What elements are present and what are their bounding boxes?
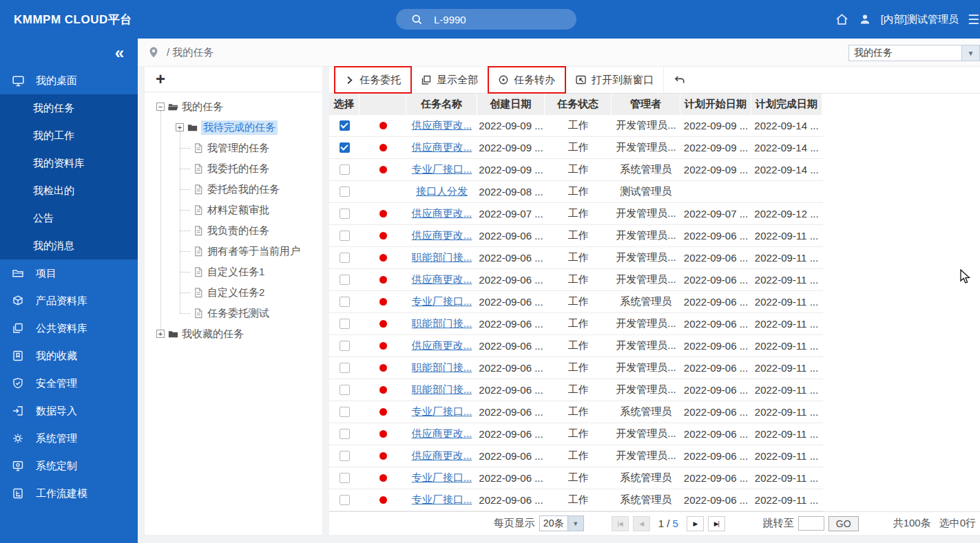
tree-add-button[interactable]: +	[145, 67, 322, 92]
chevron-down-icon[interactable]: ▼	[961, 45, 979, 61]
task-name-link[interactable]: 供应商更改...	[412, 273, 472, 286]
global-search-input[interactable]: L-9990	[396, 9, 576, 30]
tree-node-custom-task-1[interactable]: 自定义任务1	[145, 262, 322, 282]
next-page-button[interactable]: ▶	[687, 516, 704, 531]
task-name-link[interactable]: 供应商更改...	[412, 339, 472, 352]
home-icon[interactable]	[835, 12, 849, 27]
tree-node-tasks-i-am-responsible[interactable]: 我负责的任务	[145, 220, 322, 241]
task-name-link[interactable]: 专业厂接口...	[412, 405, 472, 418]
task-name-link[interactable]: 供应商更改...	[412, 119, 472, 132]
sidebar-item-label: 安全管理	[36, 377, 77, 390]
status-cell: 工作	[545, 379, 612, 401]
row-checkbox[interactable]	[340, 495, 350, 505]
plan-start-cell: 2022-09-06 ...	[680, 313, 751, 334]
expander-plus-icon[interactable]: +	[156, 330, 165, 338]
sidebar-item-my-desktop[interactable]: 我的桌面	[0, 67, 138, 94]
task-name-link[interactable]: 职能部门接...	[412, 251, 472, 264]
sidebar-item-system-customization[interactable]: 系统定制	[0, 452, 138, 480]
tree-node-owner-equals-current-user[interactable]: 拥有者等于当前用户	[145, 241, 322, 262]
task-name-link[interactable]: 供应商更改...	[412, 229, 472, 242]
tree-node-tasks-i-delegated[interactable]: 我委托的任务	[145, 158, 322, 179]
tree-node-custom-task-2[interactable]: 自定义任务2	[145, 282, 322, 303]
go-button[interactable]: GO	[828, 516, 859, 531]
sidebar-collapse-button[interactable]: «	[0, 39, 138, 67]
row-checkbox[interactable]	[340, 319, 350, 329]
sidebar-item-announcements[interactable]: 公告	[0, 204, 138, 232]
sidebar-item-product-library[interactable]: 产品资料库	[0, 287, 138, 315]
header-select[interactable]: 选择	[329, 94, 359, 115]
header-plan-start[interactable]: 计划开始日期	[680, 94, 751, 115]
tree-node-tasks-delegated-to-me[interactable]: 委托给我的任务	[145, 179, 322, 200]
row-checkbox[interactable]	[340, 451, 350, 461]
task-name-link[interactable]: 供应商更改...	[412, 449, 472, 462]
sidebar-item-workflow-modeling[interactable]: 工作流建模	[0, 480, 138, 507]
sidebar-item-security[interactable]: 安全管理	[0, 370, 138, 397]
tree-node-material-quota-approval[interactable]: 材料定额审批	[145, 200, 322, 220]
undo-button[interactable]	[664, 67, 695, 93]
sidebar-item-public-library[interactable]: 公共资料库	[0, 315, 138, 342]
header-task-name[interactable]: 任务名称	[406, 94, 477, 115]
row-checkbox[interactable]	[340, 142, 350, 153]
first-page-button[interactable]: |◀	[612, 516, 629, 531]
jump-page-input[interactable]	[798, 516, 824, 531]
task-name-link[interactable]: 职能部门接...	[412, 317, 472, 330]
task-name-link[interactable]: 专业厂接口...	[412, 163, 472, 176]
task-delegate-button[interactable]: 任务委托	[335, 67, 411, 93]
sidebar-item-system-management[interactable]: 系统管理	[0, 425, 138, 452]
header-flag[interactable]	[359, 94, 406, 115]
task-transfer-button[interactable]: 任务转办	[488, 67, 565, 93]
sidebar-item-my-library[interactable]: 我的资料库	[0, 149, 138, 177]
task-name-link[interactable]: 供应商更改...	[412, 427, 472, 440]
prev-page-button[interactable]: ◀	[633, 516, 650, 531]
row-checkbox[interactable]	[340, 429, 350, 439]
row-checkbox[interactable]	[340, 120, 350, 131]
task-name-link[interactable]: 供应商更改...	[412, 207, 472, 220]
row-checkbox[interactable]	[340, 297, 350, 307]
row-checkbox[interactable]	[340, 363, 350, 373]
breadcrumb: / 我的任务	[167, 46, 213, 59]
task-name-link[interactable]: 专业厂接口...	[412, 295, 472, 308]
row-checkbox[interactable]	[340, 407, 350, 417]
show-all-button[interactable]: 显示全部	[411, 67, 488, 93]
tree-node-tasks-to-complete[interactable]: + 我待完成的任务	[145, 117, 322, 138]
row-checkbox[interactable]	[340, 231, 350, 241]
last-page-button[interactable]: ▶|	[708, 516, 725, 531]
view-select[interactable]: 我的任务 ▼	[848, 45, 980, 61]
task-name-link[interactable]: 职能部门接...	[412, 383, 472, 396]
row-checkbox[interactable]	[340, 187, 350, 197]
user-icon[interactable]	[858, 12, 872, 26]
expander-minus-icon[interactable]: −	[156, 103, 165, 111]
open-in-new-window-button[interactable]: 打开到新窗口	[565, 67, 664, 93]
per-page-select[interactable]: 20条 ▼	[539, 515, 584, 531]
sidebar-item-my-messages[interactable]: 我的消息	[0, 232, 138, 259]
task-name-link[interactable]: 职能部门接...	[412, 361, 472, 374]
task-name-link[interactable]: 专业厂接口...	[412, 493, 472, 507]
tree-node-my-tasks[interactable]: − 我的任务	[145, 96, 322, 117]
header-created-date[interactable]: 创建日期	[477, 94, 545, 115]
sidebar-item-my-tasks[interactable]: 我的任务	[0, 94, 138, 122]
sidebar-item-my-work[interactable]: 我的工作	[0, 122, 138, 149]
row-checkbox[interactable]	[340, 341, 350, 351]
row-checkbox[interactable]	[340, 164, 350, 175]
tree-node-task-delegation-test[interactable]: 任务委托测试	[145, 303, 322, 323]
sidebar-item-my-checkouts[interactable]: 我检出的	[0, 177, 138, 204]
row-checkbox[interactable]	[340, 473, 350, 483]
task-name-link[interactable]: 供应商更改...	[412, 141, 472, 154]
header-task-status[interactable]: 任务状态	[545, 94, 612, 115]
task-name-link[interactable]: 接口人分发	[416, 185, 468, 198]
row-checkbox[interactable]	[340, 275, 350, 285]
header-manager[interactable]: 管理者	[612, 94, 680, 115]
tree-node-my-favorite-tasks[interactable]: + 我收藏的任务	[145, 323, 322, 344]
sidebar-item-favorites[interactable]: 我的收藏	[0, 342, 138, 370]
chevron-down-icon[interactable]: ▼	[568, 515, 584, 531]
expander-plus-icon[interactable]: +	[176, 123, 184, 131]
header-plan-end[interactable]: 计划完成日期	[751, 94, 822, 115]
hamburger-menu-icon[interactable]: ☰	[968, 12, 980, 28]
task-name-link[interactable]: 专业厂接口...	[412, 471, 472, 485]
row-checkbox[interactable]	[340, 385, 350, 395]
sidebar-item-projects[interactable]: 项目	[0, 259, 138, 287]
row-checkbox[interactable]	[340, 253, 350, 263]
tree-node-tasks-i-manage[interactable]: 我管理的任务	[145, 138, 322, 158]
row-checkbox[interactable]	[340, 209, 350, 219]
sidebar-item-data-import[interactable]: 数据导入	[0, 397, 138, 425]
